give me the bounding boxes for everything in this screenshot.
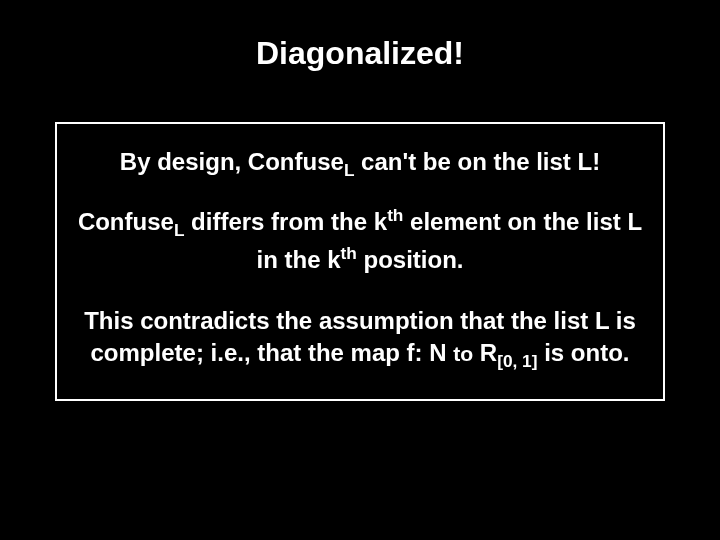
content-box: By design, ConfuseL can't be on the list… xyxy=(55,122,665,401)
p2-sup-th1: th xyxy=(387,205,403,225)
p3-sub-01: [0, 1] xyxy=(497,351,537,371)
p2-text-d: position. xyxy=(357,246,464,273)
paragraph-3: This contradicts the assumption that the… xyxy=(75,305,645,374)
p2-text-a: Confuse xyxy=(78,208,174,235)
p1-text-b: can't be on the list L! xyxy=(354,148,600,175)
p3-text-c: R xyxy=(473,339,497,366)
p2-sup-th2: th xyxy=(341,243,357,263)
slide-title: Diagonalized! xyxy=(20,35,700,72)
p1-text-a: By design, Confuse xyxy=(120,148,344,175)
slide: Diagonalized! By design, ConfuseL can't … xyxy=(0,0,720,540)
p1-sub-l: L xyxy=(344,160,355,180)
p2-text-b: differs from the k xyxy=(184,208,387,235)
p3-text-d: is onto. xyxy=(537,339,629,366)
paragraph-2: ConfuseL differs from the kth element on… xyxy=(75,204,645,277)
p3-text-b: to xyxy=(453,342,473,365)
p2-sub-l: L xyxy=(174,220,185,240)
paragraph-1: By design, ConfuseL can't be on the list… xyxy=(75,146,645,182)
